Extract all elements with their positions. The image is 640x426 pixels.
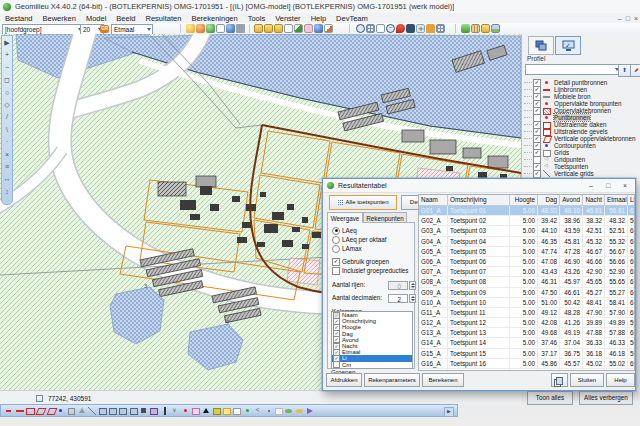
zoom-out-icon[interactable] — [386, 24, 395, 33]
stepper-arrows-icon[interactable] — [409, 281, 416, 290]
zoom-window-icon[interactable] — [366, 24, 375, 33]
option-checkbox[interactable]: Inclusief groepreducties — [332, 266, 414, 275]
edit-icon[interactable] — [294, 24, 303, 33]
rekenparameters-button[interactable]: Rekenparameters — [364, 373, 420, 387]
itemtype-icon[interactable] — [78, 407, 86, 415]
tree-item[interactable]: Uitstralende gevels — [524, 128, 640, 135]
table-row[interactable]: G07_A Toetspunt 07 5.00 43.43 43.26 42.9… — [419, 267, 634, 277]
column-header[interactable]: Omschrijving — [448, 195, 510, 205]
model-view-tab[interactable] — [528, 36, 554, 55]
map-tool-icon[interactable]: \ — [2, 124, 12, 136]
column-header[interactable]: Dag — [538, 195, 560, 205]
table-row[interactable]: G05_A Toetspunt 05 5.00 47.74 47.28 46.6… — [419, 247, 634, 257]
menu-item[interactable]: Berekeningen — [186, 14, 242, 23]
itemtype-icon[interactable] — [202, 407, 210, 415]
itemtype-icon[interactable] — [182, 407, 190, 415]
globe-icon[interactable] — [226, 24, 235, 33]
table-row[interactable]: G14_A Toetspunt 14 5.00 37.46 37.04 36.3… — [419, 338, 634, 348]
tree-item[interactable]: Puntbronnen — [524, 114, 640, 121]
zoom-in-icon[interactable] — [356, 24, 365, 33]
sound-icon[interactable] — [236, 24, 245, 33]
help-button[interactable]: Help — [606, 373, 635, 387]
laeq-radio[interactable]: LAeq — [332, 226, 414, 235]
itemtype-icon[interactable] — [99, 407, 107, 415]
tree-item[interactable]: Verticale grids — [524, 170, 640, 177]
close-icon[interactable]: × — [634, 15, 638, 22]
column-header[interactable]: Avond — [560, 195, 583, 205]
refresh-icon[interactable] — [461, 24, 470, 33]
restore-icon[interactable]: □ — [626, 15, 630, 22]
itemtype-icon[interactable] — [244, 407, 252, 415]
map-tool-icon[interactable]: × — [2, 149, 12, 161]
menu-item[interactable]: DevTeam — [331, 14, 373, 23]
itemtype-icon[interactable] — [119, 407, 127, 415]
table-row[interactable]: G03_A Toetspunt 03 5.00 44.10 43.59 42.5… — [419, 226, 634, 236]
paint-icon[interactable] — [324, 24, 333, 33]
menu-item[interactable]: Help — [306, 14, 331, 23]
laeq-radio[interactable]: LAmax — [332, 244, 414, 253]
open-icon[interactable] — [264, 24, 273, 33]
dialog-minimize-icon[interactable]: – — [583, 180, 599, 191]
world-icon[interactable] — [314, 24, 323, 33]
itemtype-icon[interactable] — [5, 407, 13, 415]
itemtype-icon[interactable] — [223, 407, 231, 415]
menu-item[interactable]: Bestand — [0, 14, 38, 23]
column-header[interactable]: Li — [628, 195, 635, 205]
itemtype-icon[interactable] — [213, 407, 221, 415]
table-row[interactable]: G04_A Toetspunt 04 5.00 46.35 45.81 45.3… — [419, 237, 634, 247]
itemtype-icon[interactable] — [275, 407, 283, 415]
column-header[interactable]: Etmaal — [605, 195, 628, 205]
table-row[interactable]: G08_A Toetspunt 08 5.00 46.31 45.97 45.6… — [419, 277, 634, 287]
tree-item[interactable]: Detail puntbronnen — [524, 79, 640, 86]
itemtype-icon[interactable] — [306, 407, 314, 415]
itemtype-icon[interactable] — [140, 407, 148, 415]
dialog-close-icon[interactable]: × — [617, 180, 633, 191]
scroll-right-icon[interactable]: ▶ — [444, 407, 454, 417]
menu-item[interactable]: Tools — [243, 14, 271, 23]
show-all-button[interactable]: Toon alles — [527, 391, 573, 405]
itemtype-icon[interactable] — [130, 407, 138, 415]
profiel-combo[interactable] — [525, 64, 621, 75]
berekenen-button[interactable]: Berekenen — [422, 373, 464, 387]
select-area-icon[interactable] — [406, 24, 415, 33]
map-tool-icon[interactable]: ○ — [2, 87, 12, 99]
tree-item[interactable]: Lijnbronnen — [524, 86, 640, 93]
measure-icon[interactable] — [471, 24, 480, 33]
itemtype-icon[interactable] — [57, 407, 65, 415]
layers-icon[interactable] — [481, 24, 490, 33]
dialog-maximize-icon[interactable]: □ — [600, 180, 616, 191]
table-row[interactable]: G16_A Toetspunt 16 5.00 45.86 45.57 45.0… — [419, 359, 634, 369]
profile-view-tab[interactable]: ✓ — [555, 36, 581, 55]
map-tool-icon[interactable]: ▶ — [2, 37, 12, 49]
new-icon[interactable] — [254, 24, 263, 33]
table-row[interactable]: G11_A Toetspunt 11 5.00 49.12 48.28 47.9… — [419, 308, 634, 318]
itemtype-icon[interactable] — [285, 407, 293, 415]
itemtype-icon[interactable] — [171, 407, 179, 415]
table-row[interactable]: G17_A Toetspunt 17 5.00 44.97 44.96 44.6… — [419, 369, 634, 371]
itemtype-icon[interactable] — [192, 407, 200, 415]
table-row[interactable]: G06_A Toetspunt 06 5.00 47.08 46.90 46.6… — [419, 257, 634, 267]
tree-item[interactable]: Uitstralende daken — [524, 121, 640, 128]
map-tool-icon[interactable]: + — [2, 49, 12, 61]
menu-item[interactable]: Venster — [270, 14, 305, 23]
map-tool-icon[interactable]: − — [2, 62, 12, 74]
sluiten-button[interactable]: Sluiten — [570, 373, 604, 387]
option-checkbox[interactable]: Gebruik groepen — [332, 257, 414, 266]
menu-item[interactable]: Beeld — [111, 14, 140, 23]
column-header[interactable]: Nacht — [583, 195, 605, 205]
itemtype-icon[interactable] — [254, 407, 262, 415]
tab-weergave[interactable]: Weergave — [327, 212, 363, 223]
column-header[interactable]: Hoogte — [510, 195, 538, 205]
itemtype-icon[interactable] — [26, 407, 34, 415]
menu-item[interactable]: Resultaten — [141, 14, 187, 23]
tree-item[interactable]: Toetspunten — [524, 163, 640, 170]
database-icon[interactable] — [206, 24, 215, 33]
itemtype-icon[interactable] — [150, 407, 158, 415]
menu-item[interactable]: Model — [81, 14, 111, 23]
aantal-decimalen-stepper[interactable]: 2 — [388, 294, 408, 303]
tree-item[interactable]: Contourpunten — [524, 142, 640, 149]
tree-item[interactable]: Oppervlaktebronnen — [524, 107, 640, 114]
map-tool-icon[interactable]: ≡ — [2, 161, 12, 173]
report-icon[interactable] — [216, 24, 225, 33]
laeq-radio[interactable]: LAeq per oktaaf — [332, 235, 414, 244]
